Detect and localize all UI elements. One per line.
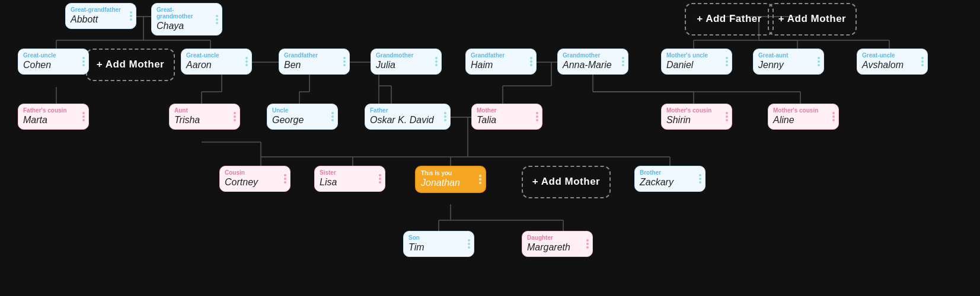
node-name-gf1: Ben <box>284 60 337 70</box>
node-dots-ggm1 <box>216 15 218 24</box>
node-role-au1: Aunt <box>174 107 228 114</box>
family-tree: Great-grandfatherAbbottGreat-grandmother… <box>0 0 980 296</box>
node-gf1[interactable]: GrandfatherBen <box>279 49 350 75</box>
node-un1[interactable]: UncleGeorge <box>267 104 338 130</box>
node-name-gf2: Haim <box>471 60 524 70</box>
node-role-un1: Uncle <box>272 107 325 114</box>
add-label-add_mother: + Add Mother <box>532 176 600 188</box>
node-dots-gtu3 <box>921 57 924 66</box>
node-dots-mc1 <box>726 112 728 121</box>
node-name-au1: Trisha <box>174 115 228 126</box>
node-dots-gtu1 <box>82 57 85 66</box>
add-label-add_father_top: + Add Father <box>697 13 762 25</box>
node-gf2[interactable]: GrandfatherHaim <box>465 49 537 75</box>
node-fc1[interactable]: Father's cousinMarta <box>18 104 89 130</box>
node-role-mu1: Mother's uncle <box>666 52 720 59</box>
node-dots-mo1 <box>536 112 538 121</box>
connectors-svg <box>0 0 980 296</box>
node-name-gm1: Julia <box>376 60 429 70</box>
node-da1[interactable]: DaughterMargareth <box>522 231 593 257</box>
node-dots-mc2 <box>832 112 835 121</box>
node-mc1[interactable]: Mother's cousinShirin <box>661 104 732 130</box>
node-ggm1[interactable]: Great-grandmotherChaya <box>151 3 222 36</box>
node-role-br1: Brother <box>640 169 693 176</box>
node-dots-so1 <box>468 239 470 249</box>
node-dots-br1 <box>699 174 701 184</box>
node-fa1[interactable]: FatherOskar K. David <box>365 104 451 130</box>
node-name-co1: Cortney <box>225 177 278 188</box>
node-role-fa1: Father <box>370 107 438 114</box>
node-mo1[interactable]: MotherTalia <box>471 104 542 130</box>
add-label-add_mother_top: + Add Mother <box>778 13 846 25</box>
node-mc2[interactable]: Mother's cousinAline <box>768 104 839 130</box>
node-role-mc2: Mother's cousin <box>773 107 826 114</box>
node-role-co1: Cousin <box>225 169 278 176</box>
node-ggf1[interactable]: Great-grandfatherAbbott <box>65 3 136 29</box>
node-add_mother_top[interactable]: + Add Mother <box>768 3 857 36</box>
node-role-ggm1: Great-grandmother <box>157 7 210 20</box>
node-role-ga1: Great-aunt <box>758 52 812 59</box>
node-role-gf1: Grandfather <box>284 52 337 59</box>
node-add_father_top[interactable]: + Add Father <box>685 3 774 36</box>
node-si1[interactable]: SisterLisa <box>314 166 385 192</box>
node-dots-gf1 <box>343 57 346 66</box>
node-gm1[interactable]: GrandmotherJulia <box>371 49 442 75</box>
node-so1[interactable]: SonTim <box>403 231 474 257</box>
node-dots-gtu2 <box>245 57 248 66</box>
node-name-ga1: Jenny <box>758 60 812 70</box>
node-name-mu1: Daniel <box>666 60 720 70</box>
node-co1[interactable]: CousinCortney <box>219 166 291 192</box>
node-role-fc1: Father's cousin <box>23 107 76 114</box>
node-name-ggm1: Chaya <box>157 21 210 31</box>
node-role-si1: Sister <box>320 169 373 176</box>
node-name-mc2: Aline <box>773 115 826 126</box>
node-dots-ggf1 <box>130 11 132 21</box>
node-add_mother_ggf[interactable]: + Add Mother <box>86 49 175 81</box>
node-gtu3[interactable]: Great-uncleAvshalom <box>857 49 928 75</box>
node-role-gm2: Grandmother <box>563 52 616 59</box>
node-dots-au1 <box>234 112 236 121</box>
node-gtu1[interactable]: Great-uncleCohen <box>18 49 89 75</box>
node-role-mc1: Mother's cousin <box>666 107 720 114</box>
node-name-si1: Lisa <box>320 177 373 188</box>
node-name-mo1: Talia <box>477 115 530 126</box>
node-name-gtu1: Cohen <box>23 60 76 70</box>
node-gtu2[interactable]: Great-uncleAaron <box>181 49 252 75</box>
node-name-da1: Margareth <box>527 242 580 253</box>
node-dots-gm2 <box>622 57 624 66</box>
node-dots-fc1 <box>82 112 85 121</box>
node-dots-mu1 <box>726 57 728 66</box>
node-role-so1: Son <box>408 234 462 241</box>
node-name-me: Jonathan <box>421 178 473 188</box>
node-gm2[interactable]: GrandmotherAnna-Marie <box>557 49 628 75</box>
node-name-gtu3: Avshalom <box>862 60 915 70</box>
node-role-gf2: Grandfather <box>471 52 524 59</box>
node-role-me: This is you <box>421 170 473 176</box>
node-dots-un1 <box>331 112 334 121</box>
node-name-gtu2: Aaron <box>186 60 240 70</box>
node-role-da1: Daughter <box>527 234 580 241</box>
node-role-gtu3: Great-uncle <box>862 52 915 59</box>
node-name-br1: Zackary <box>640 177 693 188</box>
node-name-so1: Tim <box>408 242 462 253</box>
node-me[interactable]: This is youJonathan <box>415 166 486 193</box>
node-add_mother[interactable]: + Add Mother <box>522 166 611 198</box>
node-role-mo1: Mother <box>477 107 530 114</box>
node-au1[interactable]: AuntTrisha <box>169 104 240 130</box>
node-dots-ga1 <box>818 57 820 66</box>
node-dots-da1 <box>586 239 589 249</box>
node-role-ggf1: Great-grandfather <box>71 7 124 13</box>
node-br1[interactable]: BrotherZackary <box>634 166 706 192</box>
node-dots-gf2 <box>530 57 532 66</box>
node-name-fc1: Marta <box>23 115 76 126</box>
node-dots-co1 <box>284 174 286 184</box>
node-dots-si1 <box>379 174 381 184</box>
node-dots-me <box>479 175 481 184</box>
node-ga1[interactable]: Great-auntJenny <box>753 49 824 75</box>
node-name-mc1: Shirin <box>666 115 720 126</box>
node-role-gtu1: Great-uncle <box>23 52 76 59</box>
node-mu1[interactable]: Mother's uncleDaniel <box>661 49 732 75</box>
node-role-gtu2: Great-uncle <box>186 52 240 59</box>
node-name-un1: George <box>272 115 325 126</box>
node-dots-gm1 <box>435 57 438 66</box>
